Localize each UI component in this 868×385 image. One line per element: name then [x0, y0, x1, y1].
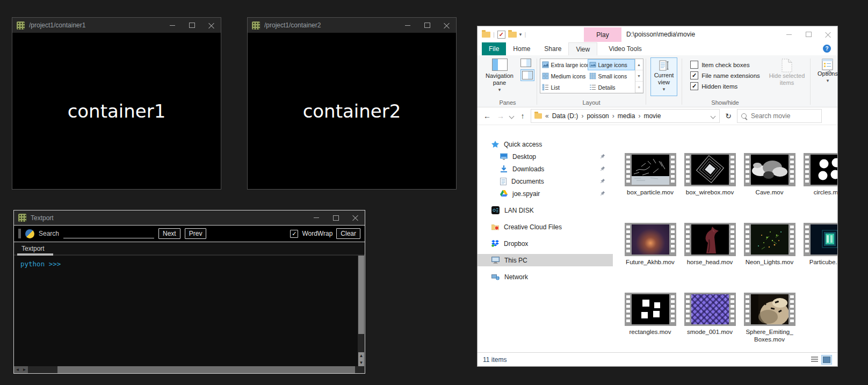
- container1-viewport[interactable]: container1: [12, 33, 221, 189]
- search-input[interactable]: [63, 229, 154, 238]
- help-icon[interactable]: ?: [823, 45, 831, 53]
- close-button[interactable]: [201, 18, 221, 33]
- minimize-button[interactable]: [398, 18, 417, 33]
- back-button[interactable]: ←: [482, 112, 493, 120]
- current-view-button[interactable]: Current view ▾: [650, 57, 677, 96]
- sidebar-item-documents[interactable]: Documents: [478, 175, 613, 187]
- new-folder-icon[interactable]: [508, 32, 517, 38]
- scroll-right-button[interactable]: ►: [21, 366, 28, 373]
- file-item[interactable]: smode_001.mov: [680, 293, 740, 352]
- container2-titlebar[interactable]: /project1/container2: [248, 18, 456, 33]
- breadcrumb-item-media[interactable]: media: [618, 112, 635, 120]
- file-item[interactable]: box_particle.mov: [620, 153, 680, 223]
- next-button[interactable]: Next: [158, 228, 180, 239]
- toolbar-drag-handle[interactable]: [18, 229, 21, 238]
- customize-qat-caret[interactable]: ▾: [519, 32, 522, 37]
- tab-home[interactable]: Home: [506, 42, 537, 55]
- thumbnail-view-toggle[interactable]: [821, 355, 832, 365]
- scroll-left-button[interactable]: ◄: [14, 366, 21, 373]
- file-item[interactable]: rectangles.mov: [620, 293, 680, 352]
- vertical-scrollbar[interactable]: ▲ ▼: [357, 256, 365, 366]
- item-check-boxes-checkbox[interactable]: [690, 61, 698, 69]
- layout-option-small-icons[interactable]: Small icons: [588, 70, 635, 82]
- scroll-up-button[interactable]: ▲: [358, 352, 364, 359]
- sidebar-item-dropbox[interactable]: Dropbox: [478, 237, 613, 250]
- prev-button[interactable]: Prev: [185, 228, 207, 239]
- folder-icon[interactable]: [482, 32, 490, 38]
- horizontal-scrollbar[interactable]: ◄ ►: [14, 366, 365, 373]
- details-view-toggle[interactable]: [809, 355, 820, 365]
- sidebar-item-creative-cloud-files[interactable]: Creative Cloud Files: [478, 221, 613, 233]
- tab-file[interactable]: File: [482, 42, 506, 55]
- layout-option-list[interactable]: List: [540, 82, 588, 93]
- file-item[interactable]: Future_Akhb.mov: [620, 223, 680, 293]
- textport-titlebar[interactable]: Textport: [14, 210, 365, 225]
- tab-textport[interactable]: Textport: [17, 243, 49, 255]
- file-item[interactable]: Neon_Lights.mov: [740, 223, 799, 293]
- breadcrumb[interactable]: « Data (D:) › poisson › media › movie: [531, 109, 720, 123]
- clear-button[interactable]: Clear: [336, 228, 360, 239]
- container1-titlebar[interactable]: /project1/container1: [12, 18, 221, 33]
- sidebar-item-quick-access[interactable]: Quick access: [478, 138, 613, 150]
- breadcrumb-item-movie[interactable]: movie: [643, 112, 661, 120]
- scroll-down-button[interactable]: ▼: [358, 359, 364, 366]
- tab-video-tools[interactable]: Video Tools: [602, 42, 649, 55]
- file-item[interactable]: box_wirebox.mov: [680, 153, 740, 223]
- maximize-button[interactable]: [417, 18, 437, 33]
- sidebar-item-desktop[interactable]: Desktop: [478, 150, 613, 163]
- layout-option-extra-large-icons[interactable]: Extra large icons: [540, 59, 588, 70]
- scrollbar-thumb[interactable]: [358, 256, 364, 334]
- hide-selected-items-button[interactable]: Hide selected items: [766, 57, 808, 88]
- forward-button[interactable]: →: [495, 112, 506, 120]
- properties-check-icon[interactable]: ✓: [497, 31, 505, 39]
- file-item[interactable]: Sphere_Emiting_Boxes.mov: [740, 293, 799, 352]
- file-name-extensions-checkbox[interactable]: ✓: [690, 71, 698, 79]
- sidebar-item-downloads[interactable]: Downloads: [478, 163, 613, 175]
- scrollbar-thumb[interactable]: [57, 366, 355, 373]
- minimize-button[interactable]: [307, 210, 326, 225]
- textport-console[interactable]: python >>> ▲ ▼ ◄ ►: [14, 256, 365, 373]
- breadcrumb-overflow[interactable]: «: [545, 112, 549, 120]
- close-button[interactable]: [818, 26, 837, 42]
- up-button[interactable]: ↑: [517, 112, 528, 120]
- search-box[interactable]: [737, 109, 822, 123]
- details-pane-button[interactable]: [520, 69, 534, 81]
- layout-option-details[interactable]: Details: [588, 82, 635, 93]
- sidebar-item-network[interactable]: Network: [478, 271, 613, 283]
- explorer-titlebar[interactable]: | ✓ ▾ | Play D:\poisson\media\movie: [478, 26, 837, 42]
- layout-option-large-icons[interactable]: Large icons: [588, 59, 635, 70]
- breadcrumb-item-poisson[interactable]: poisson: [587, 112, 609, 120]
- maximize-button[interactable]: [182, 18, 201, 33]
- navigation-pane-button[interactable]: Navigation pane ▾: [481, 57, 518, 95]
- layout-scroll-buttons[interactable]: ▲▼≡: [635, 59, 643, 93]
- preview-pane-button[interactable]: [520, 59, 531, 67]
- minimize-button[interactable]: [779, 26, 799, 42]
- file-item[interactable]: circles.mov: [799, 153, 837, 223]
- hidden-items-checkbox[interactable]: ✓: [690, 82, 698, 90]
- layout-option-medium-icons[interactable]: Medium icons: [540, 70, 588, 82]
- close-button[interactable]: [345, 210, 365, 225]
- maximize-button[interactable]: [326, 210, 345, 225]
- search-input[interactable]: [750, 112, 811, 120]
- tab-view[interactable]: View: [568, 42, 597, 55]
- tab-share[interactable]: Share: [537, 42, 568, 55]
- address-dropdown-chevron[interactable]: [711, 113, 716, 119]
- wordwrap-checkbox[interactable]: ✓: [290, 230, 298, 238]
- sidebar-item-joe-spyair[interactable]: joe.spyair: [478, 187, 613, 200]
- close-button[interactable]: [437, 18, 456, 33]
- file-name-extensions-row[interactable]: ✓ File name extensions: [690, 71, 760, 79]
- sidebar-item-this-pc[interactable]: This PC: [478, 254, 613, 266]
- minimize-button[interactable]: [163, 18, 182, 33]
- hidden-items-row[interactable]: ✓ Hidden items: [690, 82, 760, 90]
- refresh-button[interactable]: ↻: [722, 112, 734, 120]
- file-item[interactable]: horse_head.mov: [680, 223, 740, 293]
- item-check-boxes-row[interactable]: Item check boxes: [690, 61, 760, 69]
- breadcrumb-item-drive[interactable]: Data (D:): [552, 112, 578, 120]
- container2-viewport[interactable]: container2: [248, 33, 456, 189]
- recent-locations-chevron[interactable]: [509, 113, 515, 119]
- sidebar-item-lan-disk[interactable]: LAN DISK: [478, 204, 613, 216]
- file-item[interactable]: Cave.mov: [740, 153, 799, 223]
- file-item[interactable]: Particube.mov: [799, 223, 837, 293]
- maximize-button[interactable]: [799, 26, 818, 42]
- ribbon-tabs: File Home Share View Video Tools ?: [478, 42, 837, 55]
